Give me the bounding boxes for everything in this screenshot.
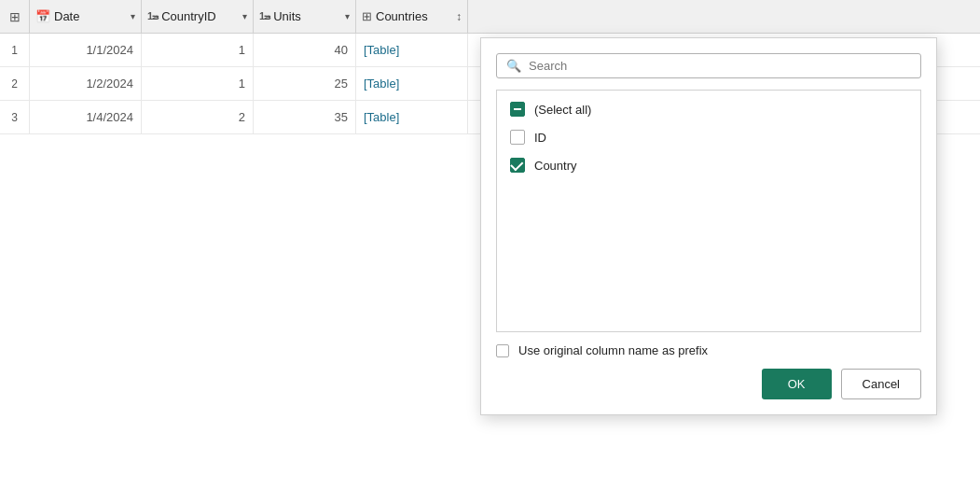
- prefix-row[interactable]: Use original column name as prefix: [496, 343, 921, 357]
- units-dropdown-arrow[interactable]: ▾: [345, 11, 350, 21]
- calendar-icon: 📅: [35, 9, 50, 23]
- countryid-dropdown-arrow[interactable]: ▾: [242, 11, 247, 21]
- col-header-countries[interactable]: ⊞ Countries ↕: [356, 0, 468, 33]
- units-cell-2: 25: [254, 67, 356, 100]
- select-all-label[interactable]: (Select all): [534, 103, 591, 117]
- date-col-label: Date: [54, 9, 127, 23]
- button-row: OK Cancel: [496, 369, 921, 399]
- units-cell-1: 40: [254, 34, 356, 66]
- countries-cell-2: [Table]: [356, 67, 468, 100]
- countries-col-label: Countries: [376, 9, 452, 23]
- search-box[interactable]: 🔍: [496, 53, 921, 78]
- col-header-units[interactable]: 1₂₃ Units ▾: [254, 0, 356, 33]
- countryid-123-icon: 1₂₃: [147, 10, 158, 22]
- select-all-checkbox[interactable]: [510, 102, 525, 117]
- col-header-countryid[interactable]: 1₂₃ CountryID ▾: [142, 0, 254, 33]
- units-col-label: Units: [273, 9, 341, 23]
- search-input[interactable]: [529, 59, 911, 73]
- cancel-button[interactable]: Cancel: [841, 369, 921, 399]
- countryid-cell-3: 2: [142, 101, 254, 133]
- ok-button[interactable]: OK: [762, 369, 832, 399]
- country-label[interactable]: Country: [534, 159, 577, 173]
- table-header: ⊞ 📅 Date ▾ 1₂₃ CountryID ▾ 1₂₃ Units ▾ ⊞…: [0, 0, 980, 34]
- countryid-col-label: CountryID: [161, 9, 239, 23]
- countries-table-icon: ⊞: [362, 9, 372, 23]
- row-num-header: ⊞: [0, 0, 30, 33]
- countries-cell-1: [Table]: [356, 34, 468, 66]
- countries-expand-icon[interactable]: ↕: [456, 10, 462, 23]
- id-label[interactable]: ID: [534, 131, 546, 145]
- countryid-cell-2: 1: [142, 67, 254, 100]
- date-cell-3: 1/4/2024: [30, 101, 142, 133]
- prefix-label: Use original column name as prefix: [518, 343, 708, 357]
- id-checkbox[interactable]: [510, 130, 525, 145]
- units-123-icon: 1₂₃: [259, 10, 269, 22]
- checkbox-item-country[interactable]: Country: [510, 158, 907, 173]
- row-num-1: 1: [0, 34, 30, 66]
- date-cell-2: 1/2/2024: [30, 67, 142, 100]
- date-dropdown-arrow[interactable]: ▾: [131, 11, 135, 21]
- expand-dialog: 🔍 (Select all) ID Country Use: [480, 37, 937, 415]
- country-checkbox[interactable]: [510, 158, 525, 173]
- grid-icon: ⊞: [9, 9, 21, 24]
- search-icon: 🔍: [506, 59, 521, 73]
- checkbox-item-id[interactable]: ID: [510, 130, 907, 145]
- row-num-2: 2: [0, 67, 30, 100]
- col-header-date[interactable]: 📅 Date ▾: [30, 0, 142, 33]
- row-num-3: 3: [0, 101, 30, 133]
- checkbox-list: (Select all) ID Country: [496, 90, 921, 332]
- countries-cell-3: [Table]: [356, 101, 468, 133]
- units-cell-3: 35: [254, 101, 356, 133]
- countryid-cell-1: 1: [142, 34, 254, 66]
- prefix-checkbox[interactable]: [496, 344, 509, 357]
- checkbox-item-select-all[interactable]: (Select all): [510, 102, 907, 117]
- table-area: ⊞ 📅 Date ▾ 1₂₃ CountryID ▾ 1₂₃ Units ▾ ⊞…: [0, 0, 980, 503]
- date-cell-1: 1/1/2024: [30, 34, 142, 66]
